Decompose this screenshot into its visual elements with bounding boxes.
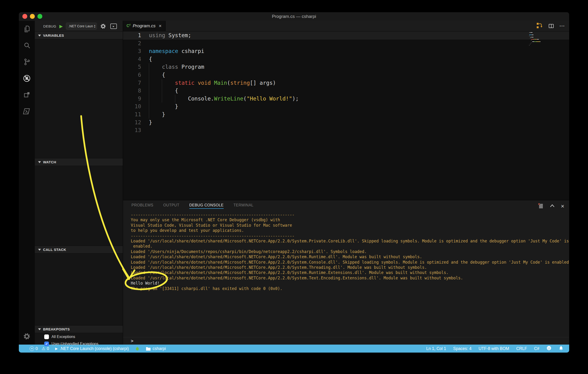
code-editor[interactable]: 1using System;23namespace csharpi4{5 cla… — [123, 31, 569, 200]
call-stack-section-header[interactable]: CALL STACK — [35, 246, 123, 254]
extensions-icon[interactable] — [19, 87, 35, 103]
line-number: 10 — [123, 103, 143, 111]
indent-guide — [175, 95, 175, 103]
code-line: 8 { — [123, 87, 569, 95]
line-number: 12 — [123, 119, 143, 127]
feedback-smiley-icon[interactable] — [546, 345, 552, 352]
language-mode-status[interactable]: C# — [534, 346, 539, 351]
source-control-icon[interactable] — [19, 54, 35, 70]
eol-status[interactable]: CRLF — [516, 346, 527, 351]
debug-toolbar: DEBUG ▶ .NET Core Laun ▴▾ ▸ — [35, 21, 123, 32]
console-line: ----------------------------------------… — [131, 233, 569, 238]
editor-actions: ··· — [536, 21, 565, 31]
collapse-triangle-icon — [38, 249, 41, 251]
console-line: Loaded '/usr/local/share/dotnet/shared/M… — [131, 254, 569, 259]
indentation-status[interactable]: Spaces: 4 — [453, 346, 472, 351]
window-controls — [22, 14, 42, 19]
window-title: Program.cs — csharpi — [19, 12, 569, 21]
workspace-folder-status[interactable]: csharpi — [146, 346, 166, 351]
collapse-triangle-icon — [38, 328, 41, 330]
tab-terminal[interactable]: TERMINAL — [233, 203, 253, 209]
maximize-panel-icon[interactable] — [549, 203, 555, 209]
clear-console-icon[interactable] — [538, 203, 544, 210]
breakpoint-user-unhandled[interactable]: ✓ User-Unhandled Exceptions — [35, 340, 123, 347]
debug-config-select[interactable]: .NET Core Laun ▴▾ — [66, 22, 97, 30]
code-line: 13 — [123, 126, 569, 134]
console-line: Loaded '/usr/local/share/dotnet/shared/M… — [131, 265, 569, 270]
console-line: The program '[33411] csharpi.dll' has ex… — [131, 286, 569, 291]
search-icon[interactable] — [19, 37, 35, 54]
code-line: 4{ — [123, 55, 569, 63]
code-line: 6 { — [123, 71, 569, 79]
minimap[interactable] — [529, 32, 550, 47]
console-line: Loaded '/Users/ninja/Documents/repos/csh… — [131, 249, 569, 254]
console-line: ----------------------------------------… — [131, 212, 569, 217]
encoding-status[interactable]: UTF-8 with BOM — [479, 346, 509, 351]
select-stepper-icon: ▴▾ — [94, 24, 95, 28]
code-line: 1using System; — [123, 32, 569, 40]
close-window-button[interactable] — [22, 14, 27, 19]
code-line: 12} — [123, 119, 569, 127]
line-number: 5 — [123, 63, 143, 71]
line-number: 7 — [123, 79, 143, 87]
console-line: Hello World! — [131, 280, 569, 286]
bottom-panel: PROBLEMS OUTPUT DEBUG CONSOLE TERMINAL — [123, 200, 569, 345]
open-debug-console-icon[interactable]: ▸ — [110, 23, 117, 29]
powershell-icon[interactable] — [19, 103, 35, 119]
line-number: 4 — [123, 55, 143, 63]
line-number: 3 — [123, 47, 143, 55]
code-line: 7 static void Main(string[] args) — [123, 79, 569, 87]
notifications-bell-icon[interactable] — [559, 345, 564, 352]
tab-problems[interactable]: PROBLEMS — [131, 203, 153, 209]
close-tab-icon[interactable]: ✕ — [158, 24, 162, 28]
explorer-icon[interactable] — [19, 21, 35, 37]
breakpoints-section-header[interactable]: BREAKPOINTS — [35, 325, 123, 333]
tab-output[interactable]: OUTPUT — [163, 203, 179, 209]
indent-guide — [149, 63, 149, 118]
vscode-window: Program.cs — csharpi — [19, 12, 569, 353]
watch-section-header[interactable]: WATCH — [35, 158, 123, 166]
split-editor-icon[interactable] — [549, 24, 554, 28]
code-line: 5 class Program — [123, 63, 569, 71]
configure-gear-icon[interactable] — [100, 23, 106, 29]
line-number: 9 — [123, 95, 143, 103]
code-line: 9 Console.WriteLine("Hello World!"); — [123, 95, 569, 103]
console-input[interactable]: > — [123, 337, 569, 345]
start-debug-button[interactable]: ▶ — [59, 24, 63, 29]
breakpoint-all-exceptions[interactable]: All Exceptions — [35, 333, 123, 340]
editor-group: C# Program.cs ✕ — [123, 21, 569, 345]
checkbox-checked[interactable]: ✓ — [44, 342, 49, 346]
debug-icon[interactable] — [19, 70, 35, 87]
indent-guide — [162, 79, 162, 103]
cursor-position-status[interactable]: Ln 1, Col 1 — [426, 346, 446, 351]
title-bar: Program.cs — csharpi — [19, 12, 569, 21]
more-actions-icon[interactable]: ··· — [559, 23, 565, 29]
flame-icon[interactable] — [135, 346, 140, 352]
checkbox-unchecked[interactable] — [44, 334, 49, 339]
tab-program-cs[interactable]: C# Program.cs ✕ — [123, 21, 166, 31]
debug-title: DEBUG — [43, 24, 56, 28]
variables-section-header[interactable]: VARIABLES — [35, 32, 123, 39]
line-number: 1 — [123, 32, 143, 40]
panel-tabs: PROBLEMS OUTPUT DEBUG CONSOLE TERMINAL — [123, 200, 569, 212]
line-number: 8 — [123, 87, 143, 95]
console-line: Loaded '/usr/local/share/dotnet/shared/M… — [131, 238, 569, 244]
console-line: to help you develop and test your applic… — [131, 228, 569, 233]
activity-bar — [19, 21, 35, 345]
console-line: Loaded '/usr/local/share/dotnet/shared/M… — [131, 275, 569, 280]
zoom-window-button[interactable] — [37, 14, 42, 19]
collapse-triangle-icon — [38, 35, 41, 36]
console-line: Loaded '/usr/local/share/dotnet/shared/M… — [131, 260, 569, 265]
settings-gear-icon[interactable] — [19, 332, 35, 340]
code-line: 10 } — [123, 103, 569, 111]
close-panel-icon[interactable]: ✕ — [561, 203, 565, 209]
minimize-window-button[interactable] — [30, 14, 35, 19]
source-control-changes-icon[interactable] — [536, 22, 543, 30]
tab-debug-console[interactable]: DEBUG CONSOLE — [189, 203, 224, 209]
panel-actions: ✕ — [538, 203, 565, 210]
workbench: DEBUG ▶ .NET Core Laun ▴▾ ▸ — [19, 21, 569, 345]
code-lines: 1using System;23namespace csharpi4{5 cla… — [123, 32, 569, 134]
console-output[interactable]: ----------------------------------------… — [123, 212, 569, 337]
desktop-background: Program.cs — csharpi — [0, 0, 588, 374]
code-line: 2 — [123, 40, 569, 48]
